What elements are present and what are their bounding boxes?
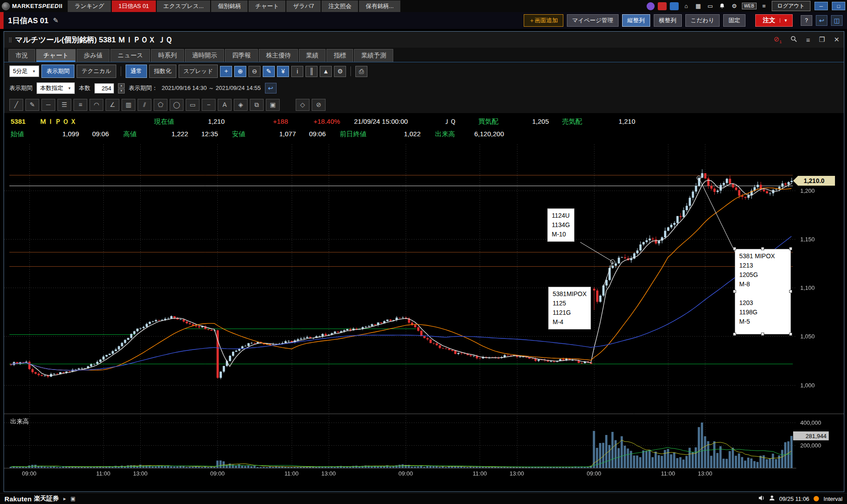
display-period-button[interactable]: 表示期間 <box>41 65 74 78</box>
period-mode-select[interactable]: 本数指定▼ <box>37 82 75 94</box>
draw-circle-icon[interactable]: ◯ <box>170 99 183 111</box>
mypage-manage-button[interactable]: マイページ管理 <box>567 14 619 27</box>
top-tab-1day-margin[interactable]: 1日信AS 01 <box>112 0 156 12</box>
edit-title-pencil-icon[interactable]: ✎ <box>53 16 59 24</box>
order-button[interactable]: 注文 ▼ <box>755 14 793 27</box>
tab-results[interactable]: 業績 <box>299 49 326 62</box>
draw-vlines-icon[interactable]: ▥ <box>122 99 135 111</box>
spread-mode-button[interactable]: スプレッド <box>179 65 218 78</box>
tab-time-series[interactable]: 時系列 <box>151 49 184 62</box>
top-tab-zaraba7[interactable]: ザラバ7 <box>286 0 321 12</box>
draw-hline-icon[interactable]: ─ <box>41 99 55 111</box>
draw-trendline-icon[interactable]: ╱ <box>9 99 23 111</box>
draw-select-diamond-icon[interactable]: ◇ <box>296 99 309 111</box>
selection-handle[interactable] <box>733 247 736 250</box>
vertical-align-button[interactable]: 縦整列 <box>622 14 650 27</box>
selection-handle[interactable] <box>789 290 792 293</box>
layout-switch-icon[interactable]: ◫ <box>831 15 843 26</box>
kodawari-button[interactable]: こだわり <box>685 14 720 27</box>
selection-handle[interactable] <box>761 247 764 250</box>
multi-screen-icon[interactable]: ▦ <box>694 2 703 10</box>
draw-channel-icon[interactable]: ⫽ <box>138 99 151 111</box>
price-chart-canvas[interactable] <box>4 142 844 492</box>
tab-chart[interactable]: チャート <box>36 49 76 62</box>
draw-angle-icon[interactable]: ∠ <box>106 99 119 111</box>
draw-delete-icon[interactable]: ⊘ <box>312 99 326 111</box>
minimize-button[interactable]: ─ <box>814 2 828 10</box>
normal-mode-button[interactable]: 通常 <box>126 65 147 78</box>
home-icon[interactable]: ⌂ <box>682 2 691 10</box>
restore-window-icon[interactable]: ❐ <box>819 36 825 44</box>
draw-rectangle-icon[interactable]: ▭ <box>186 99 200 111</box>
add-screen-button[interactable]: ＋画面追加 <box>524 14 563 27</box>
reset-period-undo-icon[interactable]: ↩ <box>265 83 277 93</box>
tab-news[interactable]: ニュース <box>110 49 150 62</box>
draw-pentagon-icon[interactable]: ⬠ <box>154 99 167 111</box>
draw-paste-icon[interactable]: ▣ <box>266 99 280 111</box>
menu-icon[interactable]: ≡ <box>760 2 769 10</box>
window-titlebar[interactable]: ⣿ マルチツール(個別銘柄) 5381 ＭＩＰＯＸ ＪＱ ⊘1 ≡ ❐ ✕ <box>4 32 844 48</box>
tab-disclosure[interactable]: 適時開示 <box>185 49 224 62</box>
trade-marker-note-2[interactable]: 5381MIPOX 1125 1121G M-4 <box>548 287 591 329</box>
mountain-style-icon[interactable]: ▲ <box>320 66 332 77</box>
draw-icon-stamp-icon[interactable]: ◈ <box>234 99 248 111</box>
tab-indicators[interactable]: 指標 <box>326 49 353 62</box>
logout-button[interactable]: ログアウト <box>772 1 810 11</box>
top-tab-holdings[interactable]: 保有銘柄... <box>359 0 400 12</box>
speaker-icon[interactable] <box>758 495 765 502</box>
draw-text-icon[interactable]: A <box>218 99 232 111</box>
draw-hlines-multi-icon[interactable]: ☰ <box>57 99 71 111</box>
link-group-icon[interactable]: ⊘1 <box>774 35 782 44</box>
draw-pencil-icon[interactable]: ✎ <box>263 66 275 77</box>
selection-handle[interactable] <box>789 333 792 336</box>
indexed-mode-button[interactable]: 指数化 <box>149 65 176 78</box>
draw-arc-icon[interactable]: ◠ <box>90 99 103 111</box>
stepper-down-icon[interactable]: ▼ <box>118 89 125 93</box>
timeframe-select[interactable]: 5分足▼ <box>9 65 39 77</box>
pin-fixed-button[interactable]: 固定 <box>723 14 745 27</box>
yen-price-icon[interactable]: ¥ <box>277 66 289 77</box>
candle-style-icon[interactable]: ║ <box>305 66 318 77</box>
news-app-icon[interactable] <box>670 2 679 10</box>
play-icon[interactable]: ▸ <box>63 496 66 502</box>
close-window-icon[interactable]: ✕ <box>834 36 839 44</box>
zoom-in-icon[interactable]: ⊕ <box>234 66 246 77</box>
window-box-icon[interactable]: ▣ <box>70 496 75 502</box>
tab-tick[interactable]: 歩み値 <box>77 49 110 62</box>
stepper-up-icon[interactable]: ▲ <box>118 83 125 88</box>
top-tab-chart[interactable]: チャート <box>248 0 285 12</box>
maximize-button[interactable]: □ <box>832 2 845 10</box>
search-icon[interactable] <box>790 36 797 44</box>
top-tab-order-inquiry[interactable]: 注文照会 <box>322 0 358 12</box>
draw-freehand-pencil-icon[interactable]: ✎ <box>25 99 39 111</box>
bell-icon[interactable] <box>718 2 727 10</box>
marketspeed-app-icon[interactable] <box>658 2 667 10</box>
chart-app-icon[interactable] <box>647 2 655 10</box>
top-tab-ranking[interactable]: ランキング <box>68 0 111 12</box>
selection-handle[interactable] <box>761 333 764 336</box>
add-indicator-plus-icon[interactable]: ＋ <box>220 66 232 77</box>
selection-handle[interactable] <box>733 290 736 293</box>
tab-shareholder-benefit[interactable]: 株主優待 <box>259 49 298 62</box>
tab-market-overview[interactable]: 市況 <box>8 49 35 62</box>
monitor-icon[interactable]: ▭ <box>706 2 715 10</box>
drag-grip-icon[interactable]: ⣿ <box>8 37 12 43</box>
info-icon[interactable]: i <box>291 66 303 77</box>
trade-marker-note-1[interactable]: 1124U 1134G M-10 <box>547 208 574 242</box>
bar-count-input[interactable] <box>94 83 114 93</box>
technical-button[interactable]: テクニカル <box>77 65 116 78</box>
draw-parallel-lines-icon[interactable]: ≡ <box>73 99 87 111</box>
gear-icon[interactable]: ⚙ <box>730 2 739 10</box>
settings-wrench-icon[interactable]: ⚙ <box>334 66 346 77</box>
trade-marker-note-3-selected[interactable]: 5381 MIPOX 1213 1205G M-8 1203 1198G M-5 <box>735 249 791 334</box>
horizontal-align-button[interactable]: 横整列 <box>654 14 682 27</box>
top-tab-express[interactable]: エクスプレス... <box>157 0 211 12</box>
zoom-out-icon[interactable]: ⊖ <box>248 66 261 77</box>
user-icon[interactable] <box>769 495 775 502</box>
help-button[interactable]: ？ <box>801 15 812 26</box>
selection-handle[interactable] <box>789 247 792 250</box>
draw-hbar-icon[interactable]: − <box>202 99 216 111</box>
tab-shikiho[interactable]: 四季報 <box>225 49 258 62</box>
tab-forecast[interactable]: 業績予測 <box>354 49 393 62</box>
draw-copy-icon[interactable]: ⧉ <box>250 99 264 111</box>
